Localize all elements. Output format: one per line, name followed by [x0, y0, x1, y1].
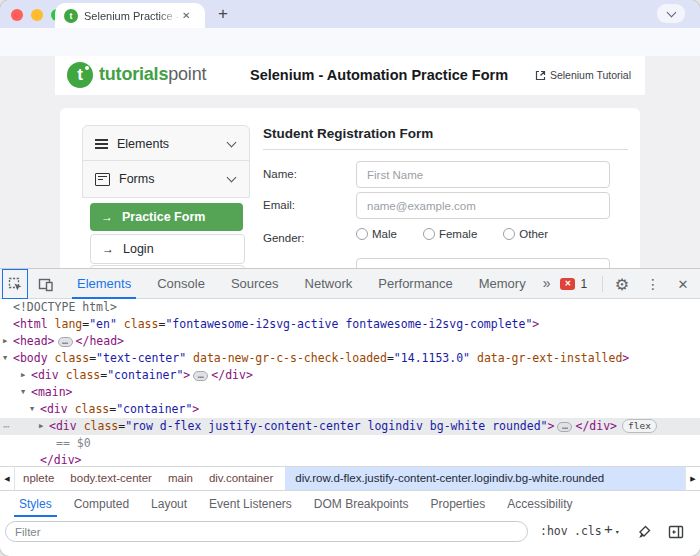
tab-strip: t Selenium Practice - Student R ✕ +	[0, 0, 700, 28]
dom-node[interactable]: ▼<body class="text-center" data-new-gr-c…	[0, 350, 700, 367]
inspect-element-button[interactable]	[2, 269, 28, 299]
close-icon: ✕	[678, 277, 689, 292]
expand-arrow-open-icon[interactable]: ▼	[21, 384, 25, 401]
selenium-tutorial-link[interactable]: Selenium Tutorial	[535, 69, 631, 81]
devtools-tab-elements[interactable]: Elements	[64, 269, 144, 299]
dom-token: >	[548, 419, 555, 433]
styles-filter-row: :hov .cls +	[0, 517, 700, 547]
dom-node[interactable]: == $0	[0, 435, 700, 452]
close-window-button[interactable]	[11, 9, 23, 21]
breadcrumb-item[interactable]: div.container	[201, 467, 281, 490]
dom-node[interactable]: </div>	[0, 452, 700, 466]
partial-input[interactable]	[356, 258, 610, 268]
styles-pane-tab-layout[interactable]: Layout	[140, 491, 198, 517]
dom-node[interactable]: <html lang="en" class="fontawesome-i2svg…	[0, 316, 700, 333]
paintbrush-icon[interactable]	[636, 524, 652, 540]
breadcrumb-scroll-left-button[interactable]: ◀	[0, 467, 15, 490]
expand-arrow-closed-icon[interactable]: ▶	[3, 333, 7, 350]
expand-arrow-closed-icon[interactable]: ▶	[39, 418, 43, 435]
dom-node[interactable]: <!DOCTYPE html>	[0, 299, 700, 316]
error-badge[interactable]: ✕1	[560, 269, 587, 299]
expand-arrow-open-icon[interactable]: ▼	[30, 401, 34, 418]
tab-search-button[interactable]	[657, 4, 685, 23]
dom-token: "text-center"	[96, 351, 186, 365]
sidebar-item-practice-form[interactable]: → Practice Form	[90, 203, 243, 231]
new-tab-button[interactable]: +	[212, 3, 234, 25]
dom-token: class	[117, 317, 159, 331]
tutorialspoint-logo-icon: t	[67, 62, 93, 88]
collapsed-content-icon[interactable]: …	[193, 371, 208, 381]
dom-token: "row d-flex justify-content-center login…	[125, 419, 547, 433]
devtools-tab-sources[interactable]: Sources	[218, 269, 292, 299]
sidebar-item-login[interactable]: → Login	[90, 234, 245, 264]
dom-token: >	[622, 351, 629, 365]
devtools-tab-network[interactable]: Network	[292, 269, 366, 299]
brand-light: point	[168, 64, 206, 84]
minimize-window-button[interactable]	[31, 9, 43, 21]
dom-node[interactable]: ▶<div class="container">…</div>	[0, 367, 700, 384]
expand-arrow-open-icon[interactable]: ▼	[3, 350, 7, 367]
new-style-rule-button[interactable]: +	[604, 520, 613, 537]
sidebar-accordion-elements[interactable]: Elements	[82, 125, 250, 163]
chevron-down-icon	[666, 7, 676, 17]
dom-token: lang	[48, 317, 83, 331]
dom-token: data-gr-ext-installed	[470, 351, 622, 365]
page-title: Selenium - Automation Practice Form	[250, 67, 508, 83]
collapsed-content-icon[interactable]: …	[557, 422, 572, 432]
breadcrumb-item[interactable]: main	[160, 467, 201, 490]
gender-option-female[interactable]: Female	[423, 228, 477, 240]
styles-pane-tab-dom-breakpoints[interactable]: DOM Breakpoints	[303, 491, 420, 517]
more-tabs-icon[interactable]: »	[539, 269, 555, 299]
selenium-tutorial-label: Selenium Tutorial	[550, 69, 631, 81]
gender-option-male[interactable]: Male	[356, 228, 397, 240]
arrow-right-icon: →	[102, 242, 114, 256]
styles-pane-tab-computed[interactable]: Computed	[63, 491, 140, 517]
devtools-settings-button[interactable]: ⚙	[610, 269, 634, 299]
name-input[interactable]	[356, 161, 610, 188]
email-input[interactable]	[356, 192, 610, 219]
site-header: t tutorialspoint Selenium - Automation P…	[55, 56, 645, 95]
devtools-close-button[interactable]: ✕	[671, 269, 695, 299]
dom-node[interactable]: ▼<main>	[0, 384, 700, 401]
node-menu-dots-icon[interactable]: ⋯	[3, 418, 9, 435]
dom-token: data-new-gr-c-s-check-loaded	[186, 351, 387, 365]
devtools-menu-button[interactable]: ⋮	[641, 269, 665, 299]
kebab-menu-icon: ⋮	[646, 276, 660, 292]
dock-side-icon[interactable]	[668, 524, 684, 540]
sidebar-accordion-forms[interactable]: Forms	[82, 160, 250, 198]
breadcrumb-item-active[interactable]: div.row.d-flex.justify-content-center.lo…	[285, 467, 700, 490]
device-toolbar-button[interactable]	[33, 269, 59, 299]
radio-icon[interactable]	[356, 228, 368, 240]
gender-label: Gender:	[263, 232, 305, 244]
gender-option-other[interactable]: Other	[503, 228, 548, 240]
radio-icon[interactable]	[503, 228, 515, 240]
logo-dot	[85, 66, 89, 70]
dom-node-selected[interactable]: ⋯▶<div class="row d-flex justify-content…	[0, 418, 700, 435]
tab-close-icon[interactable]: ✕	[182, 10, 190, 21]
flex-badge[interactable]: flex	[622, 419, 657, 433]
devtools-tab-console[interactable]: Console	[144, 269, 218, 299]
dom-token: <!DOCTYPE html>	[13, 300, 117, 314]
gear-icon: ⚙	[615, 275, 629, 294]
browser-tab[interactable]: t Selenium Practice - Student R ✕	[55, 3, 205, 28]
radio-icon[interactable]	[423, 228, 435, 240]
dom-token: "fontawesome-i2svg-active fontawesome-i2…	[165, 317, 532, 331]
styles-pane-tab-accessibility[interactable]: Accessibility	[496, 491, 583, 517]
breadcrumb-scroll-right-button[interactable]: ▶	[685, 467, 700, 490]
devtools-tab-performance[interactable]: Performance	[365, 269, 465, 299]
expand-arrow-closed-icon[interactable]: ▶	[21, 367, 25, 384]
styles-pane-tab-event-listeners[interactable]: Event Listeners	[198, 491, 303, 517]
element-classes-button[interactable]: .cls	[574, 524, 602, 538]
collapsed-content-icon[interactable]: …	[58, 337, 73, 347]
styles-filter-input[interactable]	[5, 521, 528, 542]
styles-pane-tab-properties[interactable]: Properties	[420, 491, 497, 517]
devtools-tab-memory[interactable]: Memory	[466, 269, 539, 299]
dom-node[interactable]: ▼<div class="container">	[0, 401, 700, 418]
toggle-element-state-button[interactable]: :hov	[540, 524, 568, 538]
dom-token: <body	[13, 351, 48, 365]
styles-pane-tab-styles[interactable]: Styles	[8, 491, 63, 517]
breadcrumb-item[interactable]: body.text-center	[62, 467, 160, 490]
dom-token: </div>	[40, 453, 82, 466]
breadcrumb-item[interactable]: nplete	[15, 467, 62, 490]
dom-node[interactable]: ▶<head>…</head>	[0, 333, 700, 350]
